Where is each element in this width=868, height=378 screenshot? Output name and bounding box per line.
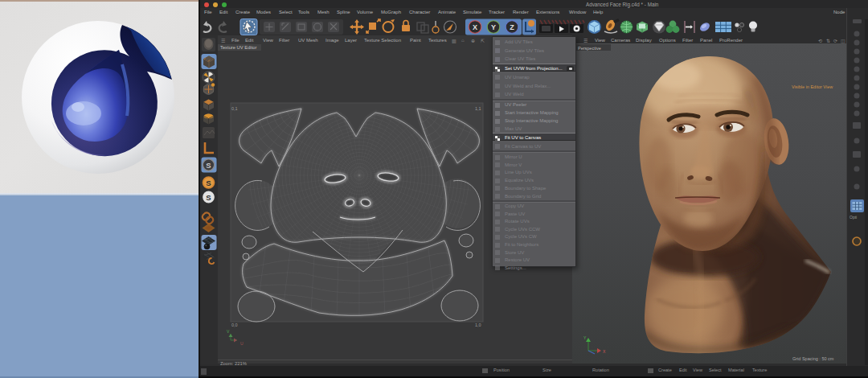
svg-text:U: U (240, 341, 244, 346)
svg-text:S: S (206, 193, 211, 202)
svg-text:Opti: Opti (850, 215, 857, 220)
svg-text:0,0: 0,0 (231, 323, 238, 327)
svg-text:S: S (206, 161, 211, 170)
svg-text:X: X (473, 23, 477, 31)
svg-text:Visible in Editor View: Visible in Editor View (792, 84, 833, 89)
svg-text:0,1: 0,1 (231, 106, 238, 111)
svg-text:Z: Z (510, 23, 514, 31)
svg-text:Y: Y (491, 23, 496, 31)
svg-text:1,1: 1,1 (475, 106, 481, 111)
svg-text:1,0: 1,0 (475, 323, 481, 327)
svg-text:Perspective: Perspective (578, 46, 601, 51)
svg-text:S: S (206, 179, 211, 187)
svg-text:V: V (227, 329, 230, 334)
svg-text:Grid Spacing : 50 cm: Grid Spacing : 50 cm (792, 356, 834, 361)
